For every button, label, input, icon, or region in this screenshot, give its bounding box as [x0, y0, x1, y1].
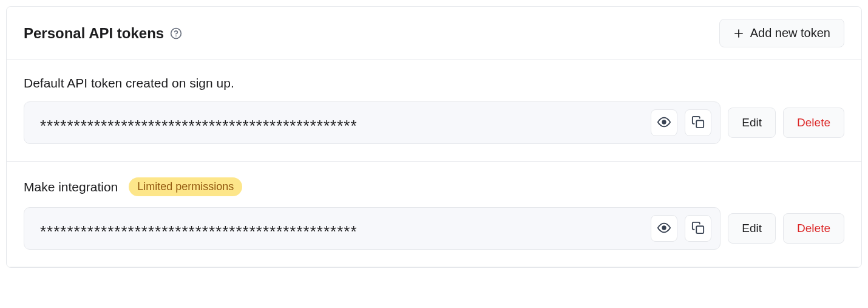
delete-button[interactable]: Delete — [783, 108, 844, 138]
token-label-row: Make integration Limited permissions — [24, 177, 844, 196]
token-row: ****************************************… — [24, 101, 844, 144]
panel-title-wrap: Personal API tokens — [24, 25, 182, 42]
edit-button[interactable]: Edit — [728, 213, 776, 244]
reveal-token-button[interactable] — [651, 215, 677, 242]
token-mask: ****************************************… — [40, 217, 643, 239]
eye-icon — [657, 115, 671, 131]
copy-token-button[interactable] — [685, 109, 711, 136]
token-mask: ****************************************… — [40, 112, 643, 134]
svg-point-4 — [663, 120, 666, 124]
api-tokens-panel: Personal API tokens Add new token Defau — [6, 6, 862, 268]
panel-header: Personal API tokens Add new token — [7, 7, 861, 60]
token-item: Default API token created on sign up. **… — [7, 60, 861, 162]
copy-token-button[interactable] — [685, 215, 711, 242]
copy-icon — [691, 115, 705, 131]
token-name: Make integration — [24, 180, 118, 194]
svg-rect-5 — [697, 120, 704, 128]
add-new-token-label: Add new token — [750, 26, 830, 40]
copy-icon — [691, 221, 705, 236]
token-row: ****************************************… — [24, 207, 844, 250]
token-label-row: Default API token created on sign up. — [24, 76, 844, 91]
svg-point-6 — [663, 226, 666, 230]
plus-icon — [733, 28, 744, 39]
delete-button[interactable]: Delete — [783, 213, 844, 244]
token-field: ****************************************… — [24, 101, 721, 144]
reveal-token-button[interactable] — [651, 109, 677, 136]
help-icon[interactable] — [170, 27, 182, 39]
add-new-token-button[interactable]: Add new token — [719, 19, 844, 47]
token-name: Default API token created on sign up. — [24, 76, 234, 91]
token-item: Make integration Limited permissions ***… — [7, 162, 861, 267]
edit-button[interactable]: Edit — [728, 108, 776, 138]
permissions-badge: Limited permissions — [129, 177, 242, 196]
eye-icon — [657, 221, 671, 236]
svg-rect-7 — [697, 226, 704, 233]
token-field: ****************************************… — [24, 207, 721, 250]
page-title: Personal API tokens — [24, 25, 164, 42]
